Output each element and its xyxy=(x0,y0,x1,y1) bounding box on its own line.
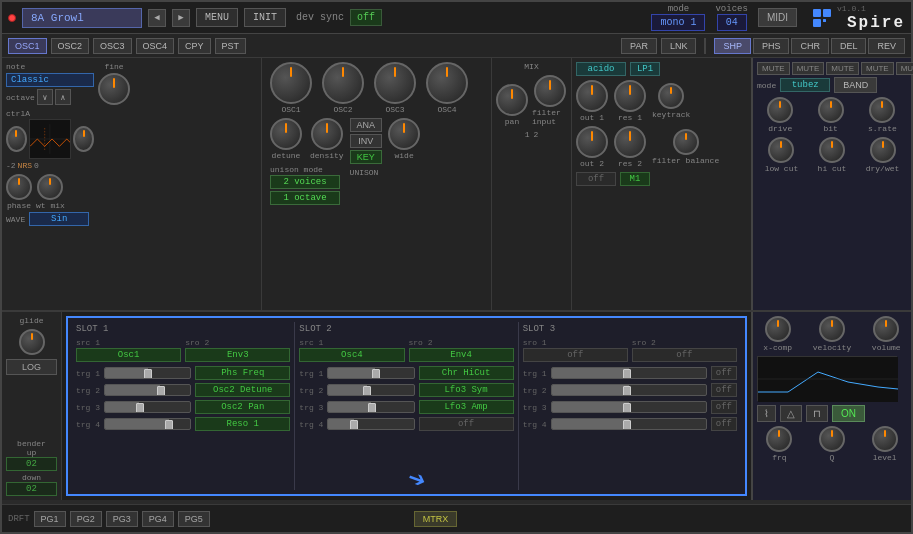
slot1-trg3-slider[interactable] xyxy=(104,401,191,413)
slot3-src1-display[interactable]: off xyxy=(523,348,628,362)
prev-preset-btn[interactable]: ◀ xyxy=(148,9,166,27)
slot1-src2-display[interactable]: Env3 xyxy=(185,348,290,362)
ana-btn[interactable]: ANA xyxy=(350,118,383,132)
osc3-tab[interactable]: OSC3 xyxy=(93,38,132,54)
inv-btn[interactable]: INV xyxy=(350,134,383,148)
filter-off-display[interactable]: off xyxy=(576,172,616,186)
preset-name-input[interactable] xyxy=(22,8,142,28)
out2-knob[interactable] xyxy=(576,126,608,158)
glide-knob[interactable] xyxy=(19,329,45,355)
pg4-btn[interactable]: PG4 xyxy=(142,511,174,527)
next-preset-btn[interactable]: ▶ xyxy=(172,9,190,27)
menu-btn[interactable]: MENU xyxy=(196,8,238,27)
slot2-trg1-slider[interactable] xyxy=(327,367,414,379)
wide-knob[interactable] xyxy=(388,118,420,150)
del-tab[interactable]: DEL xyxy=(831,38,867,54)
unison-mode-display[interactable]: 2 voices xyxy=(270,175,340,189)
out1-knob[interactable] xyxy=(576,80,608,112)
q-knob[interactable] xyxy=(819,426,845,452)
voices-value[interactable]: 04 xyxy=(717,14,747,31)
fx-mode-display[interactable]: tubez xyxy=(780,78,830,92)
filter-input-knob[interactable] xyxy=(534,75,566,107)
slot2-trg4-slider[interactable] xyxy=(327,418,414,430)
shape-sine-btn[interactable]: ⌇ xyxy=(757,405,776,422)
drywet-knob[interactable] xyxy=(870,137,896,163)
shape-tri-btn[interactable]: △ xyxy=(780,405,802,422)
wave-select[interactable]: Classic xyxy=(6,73,94,87)
bit-knob[interactable] xyxy=(818,97,844,123)
slot3-trg1-slider[interactable] xyxy=(551,367,707,379)
osc3-level-knob[interactable] xyxy=(374,62,416,104)
slot1-trg1-slider[interactable] xyxy=(104,367,191,379)
density-knob[interactable] xyxy=(311,118,343,150)
osc4-tab[interactable]: OSC4 xyxy=(136,38,175,54)
slot3-trg2-slider[interactable] xyxy=(551,384,707,396)
xcomp-knob[interactable] xyxy=(765,316,791,342)
shape-sq-btn[interactable]: ⊓ xyxy=(806,405,828,422)
bender-up-display[interactable]: 02 xyxy=(6,457,57,471)
phs-mute-btn[interactable]: MUTE xyxy=(792,62,825,75)
drive-knob[interactable] xyxy=(767,97,793,123)
fine-knob[interactable] xyxy=(98,73,130,105)
osc4-level-knob[interactable] xyxy=(426,62,468,104)
wtmix-knob[interactable] xyxy=(37,174,63,200)
ctrla-knob[interactable] xyxy=(6,126,27,152)
slot2-trg1-display[interactable]: Chr HiCut xyxy=(419,366,514,380)
slot3-trg1-display[interactable]: off xyxy=(711,366,737,380)
init-btn[interactable]: INIT xyxy=(244,8,286,27)
frq-knob[interactable] xyxy=(766,426,792,452)
velocity-knob[interactable] xyxy=(819,316,845,342)
lnk-btn[interactable]: LNK xyxy=(661,38,697,54)
slot1-trg2-slider[interactable] xyxy=(104,384,191,396)
pg1-btn[interactable]: PG1 xyxy=(34,511,66,527)
osc1-tab[interactable]: OSC1 xyxy=(8,38,47,54)
slot1-trg4-slider[interactable] xyxy=(104,418,191,430)
osc1-level-knob[interactable] xyxy=(270,62,312,104)
level-knob[interactable] xyxy=(872,426,898,452)
pan-knob[interactable] xyxy=(496,84,528,116)
ctrlb-knob[interactable] xyxy=(73,126,94,152)
log-btn[interactable]: LOG xyxy=(6,359,57,375)
slot2-src2-display[interactable]: Env4 xyxy=(409,348,514,362)
chr-mute-btn[interactable]: MUTE xyxy=(826,62,859,75)
rev-mute-btn[interactable]: MUTE xyxy=(896,62,913,75)
detune-knob[interactable] xyxy=(270,118,302,150)
slot1-trg2-display[interactable]: Osc2 Detune xyxy=(195,383,290,397)
slot1-trg1-display[interactable]: Phs Freq xyxy=(195,366,290,380)
del-mute-btn[interactable]: MUTE xyxy=(861,62,894,75)
filter-type-display[interactable]: acido xyxy=(576,62,626,76)
filter-mode-display[interactable]: LP1 xyxy=(630,62,660,76)
slot2-trg2-display[interactable]: Lfo3 Sym xyxy=(419,383,514,397)
octave-down-btn[interactable]: ∨ xyxy=(37,89,53,105)
key-btn[interactable]: KEY xyxy=(350,150,383,164)
wave-display[interactable]: Sin xyxy=(29,212,89,226)
res2-knob[interactable] xyxy=(614,126,646,158)
mtrx-btn[interactable]: MTRX xyxy=(414,511,458,527)
slot2-trg4-display[interactable]: off xyxy=(419,417,514,431)
srate-knob[interactable] xyxy=(869,97,895,123)
shp-tab[interactable]: SHP xyxy=(714,38,751,54)
unison-octave-display[interactable]: 1 octave xyxy=(270,191,340,205)
pg3-btn[interactable]: PG3 xyxy=(106,511,138,527)
bender-down-display[interactable]: 02 xyxy=(6,482,57,496)
slot2-trg3-display[interactable]: Lfo3 Amp xyxy=(419,400,514,414)
mode-value[interactable]: mono 1 xyxy=(651,14,705,31)
slot1-trg3-display[interactable]: Osc2 Pan xyxy=(195,400,290,414)
slot3-trg3-display[interactable]: off xyxy=(711,400,737,414)
lowcut-knob[interactable] xyxy=(768,137,794,163)
rev-tab[interactable]: REV xyxy=(868,38,905,54)
volume-knob[interactable] xyxy=(873,316,899,342)
par-btn[interactable]: PAR xyxy=(621,38,657,54)
pg2-btn[interactable]: PG2 xyxy=(70,511,102,527)
slot2-trg3-slider[interactable] xyxy=(327,401,414,413)
octave-up-btn[interactable]: ∧ xyxy=(55,89,71,105)
hicut-knob[interactable] xyxy=(819,137,845,163)
slot3-src2-display[interactable]: off xyxy=(632,348,737,362)
osc2-level-knob[interactable] xyxy=(322,62,364,104)
pg5-btn[interactable]: PG5 xyxy=(178,511,210,527)
res1-knob[interactable] xyxy=(614,80,646,112)
phs-tab[interactable]: PHS xyxy=(753,38,790,54)
slot2-trg2-slider[interactable] xyxy=(327,384,414,396)
filter-balance-knob[interactable] xyxy=(673,129,699,155)
slot1-trg4-display[interactable]: Reso 1 xyxy=(195,417,290,431)
